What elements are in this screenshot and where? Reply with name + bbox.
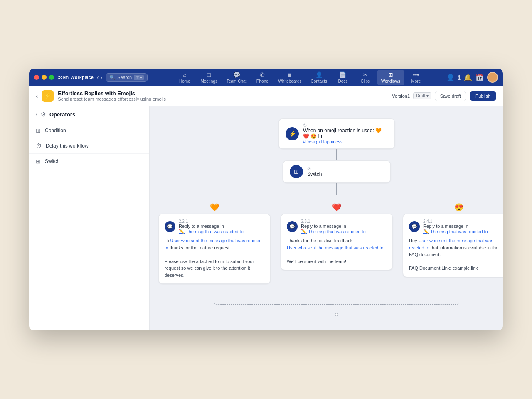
back-button[interactable]: ‹	[36, 92, 38, 100]
branch-2-link[interactable]: ✏️ The msg that was reacted to	[301, 229, 366, 234]
trigger-node[interactable]: ⚡ ① When an emoji reaction is used: 🧡 ❤️…	[278, 118, 395, 149]
branch-2-icon: 💬	[287, 221, 298, 232]
docs-icon: 📄	[339, 71, 346, 78]
delay-drag-icon: ⋮⋮	[133, 143, 143, 149]
traffic-lights	[34, 75, 54, 80]
edit-icon: ✏️	[179, 229, 185, 234]
calendar-icon[interactable]: 📅	[475, 74, 484, 81]
sidebar-item-delay[interactable]: ⏱ Delay this workflow ⋮⋮	[29, 138, 149, 154]
clips-icon: ✂	[363, 71, 368, 78]
condition-label: Condition	[45, 128, 133, 133]
sidebar-item-switch[interactable]: ⊞ Switch ⋮⋮	[29, 154, 149, 169]
workflow-title: Effortless Replies with Emojis	[58, 90, 392, 96]
branch-3-card[interactable]: 💬 2.4.1 Reply to a message in ✏️ The msg…	[403, 214, 503, 277]
version-chevron: ▾	[426, 94, 429, 98]
trigger-tag: #Design Happiness	[303, 139, 388, 144]
tab-home[interactable]: ⌂ Home	[174, 70, 195, 85]
branch-2-emoji: ❤️	[332, 203, 341, 212]
branch-1-link[interactable]: ✏️ The msg that was reacted to	[179, 229, 244, 234]
titlebar: zoom Workplace ‹ › 🔍 Search ⌘F ⌂ Home □ …	[29, 69, 503, 86]
switch-step: ②	[307, 167, 384, 171]
branch-3-icon: 💬	[409, 221, 420, 232]
tab-workflows-label: Workflows	[381, 79, 400, 84]
forward-arrow[interactable]: ›	[101, 74, 103, 81]
phone-icon: ✆	[260, 71, 265, 78]
condition-drag-icon: ⋮⋮	[133, 128, 143, 133]
branch-2-body-3: We'll be sure it with the team!	[287, 259, 346, 264]
search-bar[interactable]: 🔍 Search ⌘F	[106, 73, 148, 82]
sidebar-header: ‹ ⚙ Operators	[29, 106, 149, 123]
sidebar-collapse-icon[interactable]: ‹	[36, 111, 37, 117]
condition-icon: ⊞	[36, 127, 41, 134]
tab-more-label: More	[411, 79, 421, 84]
tab-meetings[interactable]: □ Meetings	[196, 70, 222, 85]
branch-3-edit-icon: ✏️	[423, 229, 429, 234]
tab-clips[interactable]: ✂ Clips	[355, 70, 376, 85]
workplace-label: Workplace	[71, 75, 94, 80]
tab-whiteboards[interactable]: 🖥 Whiteboards	[274, 70, 305, 85]
branch-2: ❤️ 💬 2.3.1 Reply to a message in ✏️	[281, 203, 393, 270]
more-icon: •••	[413, 71, 419, 78]
workflow-icon: ⚡	[42, 90, 54, 102]
branch-1-card[interactable]: 💬 2.2.1 Reply to a message in ✏️ The msg…	[158, 214, 271, 284]
subheader: ‹ ⚡ Effortless Replies with Emojis Send …	[29, 86, 503, 106]
switch-node[interactable]: ⊞ ② Switch	[283, 160, 391, 183]
tab-phone-label: Phone	[256, 79, 268, 84]
switch-label-text: Switch	[307, 171, 384, 177]
tab-docs[interactable]: 📄 Docs	[332, 70, 354, 85]
info-icon[interactable]: ℹ	[458, 74, 461, 81]
back-arrow[interactable]: ‹	[97, 74, 99, 81]
branch-1-emoji: 🧡	[210, 203, 219, 212]
branches-row: 🧡 💬 2.2.1 Reply to a message in ✏️	[158, 203, 503, 284]
nav-arrows: ‹ ›	[97, 74, 102, 81]
tab-contacts[interactable]: 👤 Contacts	[306, 70, 331, 85]
maximize-button[interactable]	[49, 75, 54, 80]
branch-3-step: 2.4.1	[423, 219, 488, 224]
branch-2-card[interactable]: 💬 2.3.1 Reply to a message in ✏️ The msg…	[281, 214, 393, 270]
branch-1-title: Reply to a message in	[179, 224, 244, 229]
bell-icon[interactable]: 🔔	[464, 74, 472, 81]
workflows-icon: ⊞	[388, 71, 393, 78]
branch-1-icon: 💬	[165, 221, 175, 232]
branch-2-step: 2.3.1	[301, 219, 366, 224]
version-status: Draft	[416, 94, 425, 98]
tab-phone[interactable]: ✆ Phone	[251, 70, 273, 85]
branch-1-header-text: 2.2.1 Reply to a message in ✏️ The msg t…	[179, 219, 244, 234]
workflow-info: Effortless Replies with Emojis Send pres…	[58, 90, 392, 101]
close-button[interactable]	[34, 75, 39, 80]
sidebar-item-condition[interactable]: ⊞ Condition ⋮⋮	[29, 123, 149, 138]
avatar[interactable]	[487, 72, 498, 83]
trigger-node-icon: ⚡	[286, 127, 299, 140]
publish-button[interactable]: Publish	[470, 91, 496, 101]
bottom-connector	[158, 284, 503, 317]
sidebar-settings-icon[interactable]: ⚙	[41, 111, 46, 118]
branch-2-highlight: User who sent the message that was react…	[287, 245, 383, 250]
minimize-button[interactable]	[42, 75, 47, 80]
zoom-logo: zoom	[58, 75, 69, 79]
flow-area: ⚡ ① When an emoji reaction is used: 🧡 ❤️…	[162, 118, 503, 317]
branch-3-title: Reply to a message in	[423, 224, 488, 229]
tab-clips-label: Clips	[361, 79, 370, 84]
branch-3: 😍 💬 2.4.1 Reply to a message in ✏️	[403, 203, 503, 277]
save-draft-button[interactable]: Save draft	[435, 91, 466, 101]
branch-2-body-1: Thanks for the positive feedback	[287, 238, 352, 243]
account-icon[interactable]: 👤	[446, 74, 455, 81]
main-area: ‹ ⚙ Operators ⊞ Condition ⋮⋮ ⏱ Delay thi…	[29, 106, 503, 330]
tab-team-chat[interactable]: 💬 Team Chat	[222, 70, 251, 85]
workflow-desc: Send preset team messages effortlessly u…	[58, 96, 392, 101]
branch-1-link-text: The msg that was reacted to	[186, 229, 244, 234]
branch-3-link[interactable]: ✏️ The msg that was reacted to	[423, 229, 488, 234]
search-icon: 🔍	[109, 75, 115, 80]
home-icon: ⌂	[183, 71, 186, 78]
branch-connector	[158, 195, 503, 203]
branch-3-body-3: FAQ Document Link: example.link	[409, 266, 478, 271]
connector-2	[336, 183, 337, 195]
tab-workflows[interactable]: ⊞ Workflows	[377, 70, 404, 85]
tab-contacts-label: Contacts	[310, 79, 327, 84]
branch-1-header: 💬 2.2.1 Reply to a message in ✏️ The msg…	[165, 219, 264, 234]
tab-more[interactable]: ••• More	[405, 70, 427, 85]
version-badge[interactable]: Draft ▾	[413, 92, 431, 99]
search-placeholder: Search	[117, 75, 132, 80]
nav-tabs: ⌂ Home □ Meetings 💬 Team Chat ✆ Phone 🖥 …	[154, 70, 446, 85]
trigger-label: When an emoji reaction is used: 🧡 ❤️ 😍 i…	[303, 128, 388, 139]
